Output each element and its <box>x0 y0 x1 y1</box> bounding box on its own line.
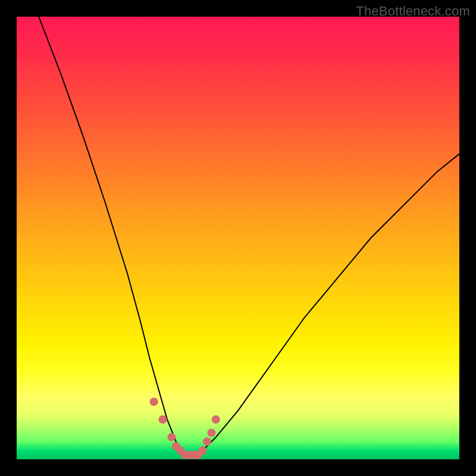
marker-dot <box>150 397 158 406</box>
bottom-markers <box>150 397 220 459</box>
marker-dot <box>159 415 167 424</box>
bottleneck-curve <box>39 17 459 455</box>
chart-frame: TheBottleneck.com <box>0 0 476 476</box>
chart-svg <box>17 17 459 459</box>
curve-path <box>39 17 459 455</box>
watermark-text: TheBottleneck.com <box>356 4 470 19</box>
marker-dot <box>207 428 215 437</box>
plot-area <box>17 17 459 459</box>
marker-dot <box>203 437 211 446</box>
marker-dot <box>167 433 176 441</box>
marker-dot <box>199 446 207 455</box>
marker-dot <box>212 415 220 424</box>
